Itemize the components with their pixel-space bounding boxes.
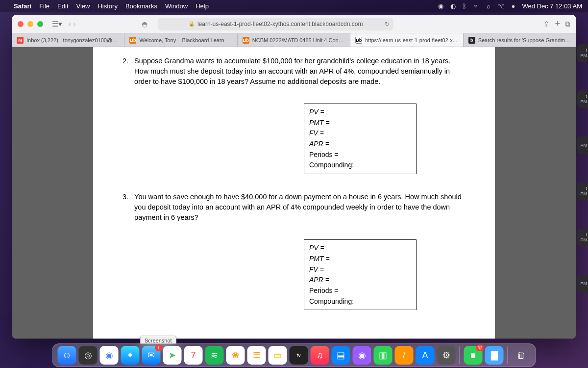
notification-peek[interactable]: tPM	[577, 183, 588, 200]
dock-reminders-icon[interactable]: ☰	[247, 346, 266, 365]
dock-screenshot-icon[interactable]: ◎	[79, 346, 98, 365]
share-icon[interactable]: ⇪	[543, 20, 550, 28]
dock-notes-icon[interactable]: ▭	[269, 346, 287, 365]
bluetooth-icon[interactable]: ᛒ	[463, 2, 466, 10]
variable-row: PMT =	[309, 118, 411, 129]
dock-safari-icon[interactable]: ✦	[121, 346, 140, 365]
dock-music-icon[interactable]: ♫	[311, 346, 329, 365]
grammarly-icon[interactable]: ◉	[438, 2, 443, 10]
variable-row: PV =	[309, 107, 411, 118]
menu-edit[interactable]: Edit	[57, 2, 68, 10]
tabs-overview-icon[interactable]: ⧉	[565, 20, 570, 28]
dock-chrome-icon[interactable]: ◉	[100, 346, 119, 365]
notification-peek[interactable]: PM	[577, 275, 588, 292]
dock-separator	[460, 346, 460, 364]
dock-badge: 32	[476, 344, 484, 351]
dock-badge: 1	[155, 344, 162, 351]
notification-peek[interactable]: tPM	[577, 90, 588, 108]
dock-separator	[508, 346, 508, 364]
notification-peek[interactable]: tPM	[577, 44, 588, 62]
question-text: You want to save enough to have $40,000 …	[134, 192, 466, 223]
dock-appstore-icon[interactable]: A	[416, 346, 435, 365]
new-tab-icon[interactable]: +	[555, 19, 560, 29]
dock-podcasts-icon[interactable]: ◉	[353, 346, 371, 365]
dock-mail-icon[interactable]: ✉1	[142, 346, 161, 365]
tab-favicon-icon: b	[468, 37, 475, 44]
user-icon[interactable]: ●	[512, 2, 515, 10]
variables-box: PV =PMT =FV =APR =Periods =Compounding:	[304, 239, 416, 310]
variable-row: APR =	[309, 275, 411, 286]
question-header: 2.Suppose Grandma wants to accumulate $1…	[122, 56, 466, 87]
reload-icon[interactable]: ↻	[385, 21, 390, 27]
dock-photos-icon[interactable]: ❀	[226, 346, 245, 365]
question-block: 2.Suppose Grandma wants to accumulate $1…	[122, 56, 466, 174]
control-center-icon[interactable]: ⌥	[497, 2, 505, 10]
zoom-button[interactable]	[37, 21, 43, 27]
variable-row: FV =	[309, 264, 411, 275]
close-button[interactable]	[18, 21, 24, 27]
document-page: 2.Suppose Grandma wants to accumulate $1…	[93, 47, 495, 339]
address-bar[interactable]: 🔒 learn-us-east-1-prod-fleet02-xythos.co…	[158, 18, 393, 30]
question-text: Suppose Grandma wants to accumulate $100…	[134, 56, 466, 87]
menu-window[interactable]: Window	[165, 2, 188, 10]
variable-row: PV =	[309, 243, 411, 254]
dock-numbers-icon[interactable]: ▥	[374, 346, 392, 365]
browser-tab[interactable]: MInbox (3,222) - tonygonzalez0100@g...	[12, 33, 124, 47]
variable-row: PMT =	[309, 254, 411, 264]
dock-calendar-icon[interactable]: 7	[184, 346, 203, 365]
notification-peek[interactable]: tPM	[577, 229, 588, 246]
back-button[interactable]: ‹	[69, 20, 71, 28]
browser-tab[interactable]: BbNCBM 0222/MATD 0485 Unit 4 Conte...	[238, 33, 350, 47]
variable-row: APR =	[309, 139, 411, 150]
browser-tab[interactable]: Bbhttps://learn-us-east-1-prod-fleet02-x…	[350, 33, 463, 47]
dock-pixelmator-icon[interactable]: /	[395, 346, 414, 365]
tab-favicon-icon: Bb	[243, 37, 249, 44]
notification-peek[interactable]: PM	[577, 136, 588, 154]
dock-appletv-icon[interactable]: tv	[290, 346, 308, 365]
wifi-icon[interactable]: ᯤ	[473, 2, 480, 10]
menubar-app[interactable]: Safari	[14, 2, 31, 10]
dock-trash-icon[interactable]: 🗑	[512, 346, 531, 365]
menu-view[interactable]: View	[76, 2, 90, 10]
dock-maps-icon[interactable]: ➤	[163, 346, 182, 365]
tab-label: NCBM 0222/MATD 0485 Unit 4 Conte...	[252, 37, 345, 43]
variables-box: PV =PMT =FV =APR =Periods =Compounding:	[304, 104, 416, 174]
browser-tab[interactable]: BbWelcome, Tony – Blackboard Learn	[124, 33, 237, 47]
privacy-shield-icon[interactable]: ◓	[139, 18, 150, 30]
dock-settings-icon[interactable]: ⚙	[437, 346, 456, 365]
dock-facetime-icon[interactable]: ■32	[464, 346, 483, 365]
status-icon[interactable]: ◐	[450, 2, 456, 10]
menubar-left: Safari File Edit View History Bookmarks …	[6, 2, 209, 10]
sidebar-toggle-icon[interactable]: ☰▾	[51, 18, 63, 30]
tab-favicon-icon: M	[17, 37, 24, 44]
dock: ☺◎◉✦✉1➤7≋❀☰▭tv♫▤◉▥/A⚙■32▇🗑	[52, 343, 536, 367]
menu-bookmarks[interactable]: Bookmarks	[125, 2, 157, 10]
tab-label: https://learn-us-east-1-prod-fleet02-x..…	[365, 37, 457, 43]
question-number: 2.	[122, 56, 128, 87]
tab-favicon-icon: Bb	[355, 37, 362, 44]
toolbar-right: ⇪ + ⧉	[543, 19, 570, 29]
dock-finder-icon[interactable]: ☺	[58, 346, 76, 365]
dock-spotify-icon[interactable]: ≋	[205, 346, 224, 365]
nav-arrows: ‹ ›	[69, 20, 76, 28]
dock-keynote-icon[interactable]: ▤	[332, 346, 350, 365]
tab-bar: MInbox (3,222) - tonygonzalez0100@g...Bb…	[12, 33, 576, 47]
variable-row: Periods =	[309, 150, 411, 160]
menu-history[interactable]: History	[98, 2, 117, 10]
titlebar: ☰▾ ‹ › ◓ 🔒 learn-us-east-1-prod-fleet02-…	[12, 15, 576, 33]
minimize-button[interactable]	[27, 21, 33, 27]
menubar-right: ◉ ◐ ᛒ ᯤ ⌕ ⌥ ● Wed Dec 7 12:03 AM	[438, 2, 582, 10]
menu-help[interactable]: Help	[196, 2, 209, 10]
spotlight-icon[interactable]: ⌕	[487, 2, 490, 10]
dock-folder-icon[interactable]: ▇	[485, 346, 504, 365]
tab-label: Inbox (3,222) - tonygonzalez0100@g...	[26, 37, 119, 43]
notification-previews: tPMtPMPMtPMtPMPM	[577, 44, 588, 292]
tab-favicon-icon: Bb	[129, 37, 136, 44]
menubar: Safari File Edit View History Bookmarks …	[0, 0, 588, 12]
traffic-lights	[18, 21, 43, 27]
menubar-clock[interactable]: Wed Dec 7 12:03 AM	[522, 2, 582, 10]
menu-file[interactable]: File	[39, 2, 49, 10]
forward-button[interactable]: ›	[73, 20, 75, 28]
tab-label: Search results for 'Suppose Grandma...	[478, 37, 571, 43]
browser-tab[interactable]: bSearch results for 'Suppose Grandma...	[464, 33, 576, 47]
